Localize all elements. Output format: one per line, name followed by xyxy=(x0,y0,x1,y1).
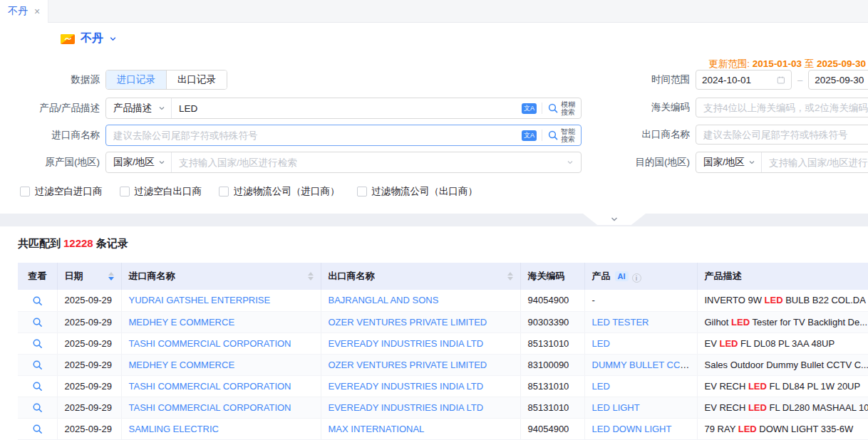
exporter-link[interactable]: OZER VENTURES PRIVATE LIMITED xyxy=(329,317,487,328)
checkbox-filter-logistics-exporter[interactable]: 过滤物流公司（出口商） xyxy=(357,185,478,198)
desc-pre: EV RECH xyxy=(705,402,748,413)
importer-link[interactable]: SAMLING ELECTRIC xyxy=(129,424,219,434)
end-date-value[interactable] xyxy=(815,75,868,85)
date-range-separator: – xyxy=(797,75,802,85)
translate-icon[interactable]: 文A xyxy=(522,130,537,141)
export-records-tab[interactable]: 出口记录 xyxy=(166,70,227,89)
origin-country-input[interactable] xyxy=(172,152,567,172)
header-description: 产品描述 xyxy=(697,263,868,290)
end-date-input[interactable] xyxy=(808,70,868,90)
tab-bhutan[interactable]: 不丹 × xyxy=(0,0,48,23)
desc-pre: Gilhot xyxy=(705,317,732,328)
exporter-link[interactable]: EVEREADY INDUSTRIES INDIA LTD xyxy=(329,402,484,413)
view-record-icon[interactable] xyxy=(32,424,43,434)
product-link[interactable]: LED DOWN LIGHT xyxy=(592,424,672,434)
checkbox-icon[interactable] xyxy=(120,187,130,197)
result-count-suffix: 条记录 xyxy=(96,237,128,249)
tab-close-icon[interactable]: × xyxy=(34,6,40,16)
collapse-filters-button[interactable] xyxy=(583,214,646,225)
product-search-input[interactable] xyxy=(172,98,522,118)
importer-cell: TASHI COMMERCIAL CORPORATION xyxy=(121,397,321,418)
results-table: 查看 日期 进口商名称 出口商名称 海关编码 产品AIi 产品描述 xyxy=(18,263,868,440)
fuzzy-search-line2: 搜索 xyxy=(561,108,575,116)
importer-link[interactable]: MEDHEY E COMMERCE xyxy=(129,360,235,370)
desc-post: FL DL08 PL 3AA 48UP xyxy=(738,338,835,349)
importer-cell: TASHI COMMERCIAL CORPORATION xyxy=(121,332,321,354)
exporter-link[interactable]: EVEREADY INDUSTRIES INDIA LTD xyxy=(329,338,484,349)
exporter-link[interactable]: MAX INTERNATIONAL xyxy=(329,424,425,434)
hs-code-cell: 94054900 xyxy=(520,290,584,311)
view-record-icon[interactable] xyxy=(32,338,43,349)
view-record-icon[interactable] xyxy=(32,295,43,306)
origin-country-select[interactable]: 国家/地区 xyxy=(106,152,172,172)
view-record-icon[interactable] xyxy=(32,402,43,413)
importer-link[interactable]: YUDRAI GATSHEL ENTERPRISE xyxy=(129,295,271,305)
product-cell: LED LIGHT xyxy=(584,397,697,418)
importer-cell: YUDRAI GATSHEL ENTERPRISE xyxy=(121,290,321,311)
product-description: EV RECH LED FL DL280 MASHAAL 10... xyxy=(697,397,868,418)
product-cell: - xyxy=(584,290,697,311)
sort-importer-button[interactable] xyxy=(308,272,314,281)
product-type-select[interactable]: 产品描述 xyxy=(106,98,172,118)
translate-icon[interactable]: 文A xyxy=(522,103,537,114)
sort-date-button[interactable] xyxy=(108,272,114,281)
exporter-link[interactable]: BAJRANGLAL AND SONS xyxy=(329,295,439,305)
product-link[interactable]: LED LIGHT xyxy=(592,402,640,413)
product-link[interactable]: LED TESTER xyxy=(592,317,649,328)
sort-exporter-button[interactable] xyxy=(507,272,513,281)
smart-search-line2: 搜索 xyxy=(561,135,575,143)
hs-code-label: 海关编码 xyxy=(613,101,690,114)
importer-row: 进口商名称 文A 智能搜索 xyxy=(0,125,582,146)
view-record-icon[interactable] xyxy=(32,317,43,328)
destination-select-value: 国家/地区 xyxy=(703,156,745,169)
desc-highlight: LED xyxy=(765,295,783,305)
hs-code-input[interactable] xyxy=(696,98,868,117)
checkbox-filter-blank-exporter[interactable]: 过滤空白出口商 xyxy=(120,185,202,198)
table-row: 2025-09-29 YUDRAI GATSHEL ENTERPRISE BAJ… xyxy=(18,290,868,311)
checkbox-icon[interactable] xyxy=(357,187,367,197)
import-records-tab[interactable]: 进口记录 xyxy=(106,70,166,89)
product-link[interactable]: - xyxy=(592,295,595,305)
desc-post: FL DL84 PL 1W 20UP xyxy=(767,381,860,392)
view-record-icon[interactable] xyxy=(32,360,43,370)
exporter-cell: OZER VENTURES PRIVATE LIMITED xyxy=(321,311,520,332)
exporter-link[interactable]: EVEREADY INDUSTRIES INDIA LTD xyxy=(329,381,484,392)
importer-search-input[interactable] xyxy=(106,125,522,145)
exporter-name-input[interactable] xyxy=(696,125,868,145)
start-date-value[interactable] xyxy=(702,75,777,85)
start-date-input[interactable] xyxy=(696,70,792,90)
fuzzy-search-button[interactable]: 模糊搜索 xyxy=(547,100,575,116)
destination-country-select[interactable]: 国家/地区 xyxy=(696,152,762,172)
checkbox-filter-blank-importer[interactable]: 过滤空白进口商 xyxy=(20,185,103,198)
importer-link[interactable]: TASHI COMMERCIAL CORPORATION xyxy=(129,381,291,392)
smart-search-button[interactable]: 智能搜索 xyxy=(547,127,575,143)
product-search-group: 产品描述 文A 模糊搜索 xyxy=(105,98,582,119)
update-range-end: 2025-09-30 xyxy=(817,58,866,69)
search-icon xyxy=(547,103,559,114)
info-icon[interactable]: i xyxy=(632,273,641,283)
table-header-row: 查看 日期 进口商名称 出口商名称 海关编码 产品AIi 产品描述 xyxy=(18,263,868,290)
exporter-link[interactable]: OZER VENTURES PRIVATE LIMITED xyxy=(329,360,487,370)
checkbox-filter-logistics-importer[interactable]: 过滤物流公司（进口商） xyxy=(219,185,340,198)
importer-link[interactable]: MEDHEY E COMMERCE xyxy=(129,317,235,328)
destination-country-input[interactable] xyxy=(762,152,868,172)
checkbox-icon[interactable] xyxy=(219,187,229,197)
divider xyxy=(542,103,542,114)
product-link[interactable]: DUMMY BULLET CCTV... xyxy=(592,360,698,370)
view-record-icon[interactable] xyxy=(32,381,43,392)
checkbox-icon[interactable] xyxy=(20,187,30,197)
desc-highlight: LED xyxy=(738,424,757,434)
chevron-down-icon[interactable] xyxy=(109,35,117,43)
table-row: 2025-09-29 TASHI COMMERCIAL CORPORATION … xyxy=(18,332,868,354)
chevron-down-icon[interactable] xyxy=(567,159,581,166)
checkbox-label: 过滤空白出口商 xyxy=(135,185,202,198)
table-row: 2025-09-29 SAMLING ELECTRIC MAX INTERNAT… xyxy=(18,418,868,439)
importer-link[interactable]: TASHI COMMERCIAL CORPORATION xyxy=(129,402,291,413)
product-link[interactable]: LED xyxy=(592,381,610,392)
tab-title: 不丹 xyxy=(8,5,28,18)
origin-label: 原产国(地区) xyxy=(0,156,100,169)
importer-link[interactable]: TASHI COMMERCIAL CORPORATION xyxy=(129,338,291,349)
product-link[interactable]: LED xyxy=(592,338,610,349)
country-header[interactable]: 不丹 xyxy=(61,31,117,46)
product-cell: LED xyxy=(584,332,697,354)
